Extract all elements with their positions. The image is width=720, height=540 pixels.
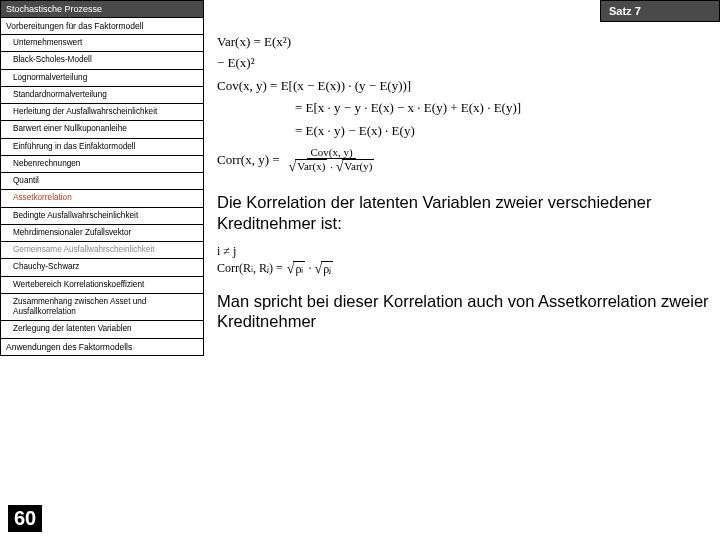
sidebar-item[interactable]: Gemeinsame Ausfallwahrscheinlichkeit	[0, 242, 204, 259]
sidebar-item[interactable]: Nebenrechnungen	[0, 156, 204, 173]
paragraph-2: Man spricht bei dieser Korrelation auch …	[217, 291, 710, 332]
sidebar-item[interactable]: Chauchy-Schwarz	[0, 259, 204, 276]
sidebar-item[interactable]: Black-Scholes-Modell	[0, 52, 204, 69]
eq-corr-num: Cov(x, y)	[307, 146, 355, 159]
main-content: Satz 7 Var(x) = E(x²) − E(x)² Cov(x, y) …	[205, 0, 720, 540]
eq-corr2-lead: Corr(Rᵢ, Rⱼ) =	[217, 261, 283, 276]
eq-corr-fraction: Cov(x, y) Var(x) · Var(y)	[286, 146, 378, 174]
sidebar-item[interactable]: Wertebereich Korrelationskoeffizient	[0, 277, 204, 294]
sidebar-item[interactable]: Standardnormalverteilung	[0, 87, 204, 104]
paragraph-1: Die Korrelation der latenten Variablen z…	[217, 192, 710, 233]
sidebar-item[interactable]: Herleitung der Ausfallwahrscheinlichkeit	[0, 104, 204, 121]
sidebar-subheader: Vorbereitungen für das Faktormodell	[0, 18, 204, 35]
eq-sqrt-rho-j: ρⱼ	[314, 261, 333, 277]
eq-cov-line2: = E[x · y − y · E(x) − x · E(y) + E(x) ·…	[295, 98, 521, 119]
sidebar-item[interactable]: Mehrdimensionaler Zufallsvektor	[0, 225, 204, 242]
sidebar-item[interactable]: Zusammenhang zwischen Asset und Ausfallk…	[0, 294, 204, 322]
sidebar-item[interactable]: Lognormalverteilung	[0, 70, 204, 87]
sidebar-item[interactable]: Einführung in das Einfaktormodell	[0, 139, 204, 156]
sidebar-item[interactable]: Zerlegung der latenten Variablen	[0, 321, 204, 338]
eq-cov-line1: Cov(x, y) = E[(x − E(x)) · (y − E(y))]	[217, 76, 411, 97]
page-number: 60	[8, 505, 42, 532]
eq-cov-line3: = E(x · y) − E(x) · E(y)	[295, 121, 415, 142]
theorem-badge: Satz 7	[600, 0, 720, 22]
eq-corr-lead: Corr(x, y) =	[217, 150, 280, 171]
eq-var: Var(x) = E(x²) − E(x)²	[217, 32, 295, 74]
equation-block-2: i ≠ j Corr(Rᵢ, Rⱼ) = ρᵢ · ρⱼ	[217, 244, 710, 277]
eq-corr-den: Var(x) · Var(y)	[286, 159, 378, 174]
slide-page: Stochastische Prozesse Vorbereitungen fü…	[0, 0, 720, 540]
eq-sqrt-rho-i: ρᵢ	[287, 261, 306, 277]
sidebar-item[interactable]: Quantil	[0, 173, 204, 190]
sidebar-item[interactable]: Unternehmenswert	[0, 35, 204, 52]
sidebar-item-active[interactable]: Assetkorrelation	[0, 190, 204, 207]
sidebar-item[interactable]: Bedingte Ausfallwahrscheinlichkeit	[0, 208, 204, 225]
sidebar-footer: Anwendungen des Faktormodells	[0, 339, 204, 356]
eq-condition: i ≠ j	[217, 244, 710, 259]
equation-block-1: Var(x) = E(x²) − E(x)² Cov(x, y) = E[(x …	[217, 32, 710, 174]
eq-dot: ·	[305, 261, 314, 276]
sidebar-item[interactable]: Barwert einer Nullkuponanleihe	[0, 121, 204, 138]
sidebar-header: Stochastische Prozesse	[0, 0, 204, 18]
sidebar: Stochastische Prozesse Vorbereitungen fü…	[0, 0, 205, 540]
content-body: Var(x) = E(x²) − E(x)² Cov(x, y) = E[(x …	[205, 0, 720, 352]
